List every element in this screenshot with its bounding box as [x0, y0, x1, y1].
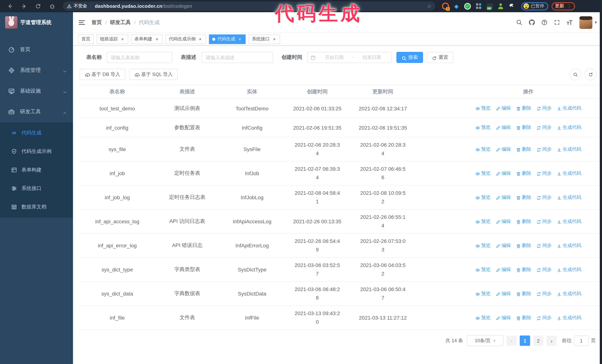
font-size-icon[interactable]: [564, 17, 575, 28]
preview-action[interactable]: 预览: [475, 194, 491, 200]
edit-action[interactable]: 编辑: [496, 194, 511, 200]
search-button[interactable]: 搜索: [396, 52, 423, 63]
table-desc-input[interactable]: [202, 52, 273, 63]
search-icon[interactable]: [514, 17, 525, 28]
delete-action[interactable]: 删除: [516, 170, 531, 177]
sync-action[interactable]: 同步: [537, 266, 552, 273]
sidebar-item-codegen[interactable]: 代码生成: [0, 124, 73, 142]
edit-action[interactable]: 编辑: [496, 315, 511, 321]
import-sql-button[interactable]: 基于 SQL 导入: [129, 69, 178, 80]
date-end-placeholder[interactable]: 结束日期: [355, 54, 388, 61]
page-size-select[interactable]: 10条/页▾: [467, 335, 504, 346]
delete-action[interactable]: 删除: [516, 218, 531, 225]
scrollbar[interactable]: [600, 12, 602, 364]
home-icon[interactable]: [47, 1, 57, 11]
extension-icon-3[interactable]: ✓: [464, 2, 471, 10]
sidebar-item-db-doc[interactable]: 数据库文档: [0, 198, 73, 216]
help-icon[interactable]: [539, 17, 550, 28]
sidebar-item-infrastructure[interactable]: 基础设施: [0, 81, 73, 102]
delete-action[interactable]: 删除: [516, 146, 531, 152]
hamburger-icon[interactable]: [78, 19, 86, 26]
sync-action[interactable]: 同步: [537, 291, 552, 297]
security-chip[interactable]: 不安全: [67, 3, 87, 9]
preview-action[interactable]: 预览: [475, 105, 491, 112]
sidebar-item-system-management[interactable]: 系统管理: [0, 60, 73, 81]
delete-action[interactable]: 删除: [516, 194, 531, 200]
generate-action[interactable]: 生成代码: [557, 170, 581, 177]
preview-action[interactable]: 预览: [475, 291, 491, 297]
next-page-button[interactable]: ›: [547, 335, 557, 346]
sync-action[interactable]: 同步: [537, 125, 552, 131]
edit-action[interactable]: 编辑: [496, 266, 511, 273]
page-button-2[interactable]: 2: [533, 335, 543, 346]
delete-action[interactable]: 删除: [516, 242, 531, 249]
sync-action[interactable]: 同步: [537, 105, 552, 112]
edit-action[interactable]: 编辑: [496, 242, 511, 249]
preview-action[interactable]: 预览: [475, 266, 491, 273]
sidebar-item-system-api[interactable]: 系统接口: [0, 179, 73, 198]
app-logo-row[interactable]: 芋道管理系统: [0, 12, 73, 32]
close-icon[interactable]: ×: [154, 37, 159, 42]
extension-icon-2[interactable]: ◆: [453, 2, 460, 10]
close-icon[interactable]: ×: [237, 37, 242, 42]
extension-icon-4[interactable]: [475, 2, 482, 10]
delete-action[interactable]: 删除: [516, 315, 531, 321]
generate-action[interactable]: 生成代码: [557, 218, 581, 225]
generate-action[interactable]: 生成代码: [557, 315, 581, 321]
kebab-menu-icon[interactable]: ⋮: [567, 3, 571, 9]
avatar[interactable]: [580, 16, 592, 29]
tab-home[interactable]: 首页: [78, 34, 94, 44]
preview-action[interactable]: 预览: [475, 125, 491, 131]
bookmark-star-icon[interactable]: ☆: [427, 3, 431, 9]
generate-action[interactable]: 生成代码: [557, 266, 581, 273]
preview-action[interactable]: 预览: [475, 242, 491, 249]
generate-action[interactable]: 生成代码: [557, 146, 581, 152]
edit-action[interactable]: 编辑: [496, 125, 511, 131]
table-name-input[interactable]: [107, 52, 172, 63]
sidebar-item-codegen-example[interactable]: 代码生成示例: [0, 142, 73, 161]
edit-action[interactable]: 编辑: [496, 146, 511, 152]
back-icon[interactable]: [5, 1, 15, 11]
sidebar-item-dev-tools[interactable]: 研发工具: [0, 102, 73, 122]
sync-action[interactable]: 同步: [537, 170, 552, 177]
reset-button[interactable]: 重置: [427, 52, 453, 63]
close-icon[interactable]: ×: [198, 37, 203, 42]
github-icon[interactable]: [526, 17, 537, 28]
generate-action[interactable]: 生成代码: [557, 291, 581, 297]
forward-icon[interactable]: [19, 1, 29, 11]
breadcrumb-item[interactable]: 研发工具: [110, 19, 131, 26]
delete-action[interactable]: 删除: [516, 266, 531, 273]
extension-icon-6[interactable]: [497, 2, 505, 10]
caret-down-icon[interactable]: ▾: [595, 20, 597, 25]
goto-page-input[interactable]: [574, 335, 589, 346]
date-start-placeholder[interactable]: 开始日期: [318, 54, 351, 61]
reload-icon[interactable]: [33, 1, 43, 11]
edit-action[interactable]: 编辑: [496, 218, 511, 225]
refresh-button[interactable]: [585, 69, 596, 80]
tab-trace[interactable]: 链路追踪×: [97, 34, 128, 44]
date-range-picker[interactable]: 开始日期 - 结束日期: [307, 52, 392, 63]
tab-codegen[interactable]: 代码生成×: [209, 34, 246, 44]
update-button[interactable]: 更新 ⋮: [552, 2, 575, 10]
import-db-button[interactable]: 基于 DB 导入: [80, 69, 125, 80]
delete-action[interactable]: 删除: [516, 291, 531, 297]
sync-action[interactable]: 同步: [537, 146, 552, 152]
sync-action[interactable]: 同步: [537, 194, 552, 200]
delete-action[interactable]: 删除: [516, 125, 531, 131]
page-button-1[interactable]: 1: [520, 335, 530, 346]
close-icon[interactable]: ×: [120, 37, 125, 42]
sidebar-item-home[interactable]: 首页: [0, 39, 73, 60]
edit-action[interactable]: 编辑: [496, 105, 511, 112]
fullscreen-icon[interactable]: [551, 17, 563, 28]
preview-action[interactable]: 预览: [475, 170, 491, 177]
sync-action[interactable]: 同步: [537, 315, 552, 321]
extension-icon-5[interactable]: on: [486, 2, 494, 10]
sync-action[interactable]: 同步: [537, 218, 552, 225]
sync-action[interactable]: 同步: [537, 242, 552, 249]
toggle-search-button[interactable]: [570, 69, 581, 80]
puzzle-icon[interactable]: [508, 2, 516, 10]
breadcrumb-item[interactable]: 首页: [92, 19, 102, 26]
prev-page-button[interactable]: ‹: [506, 335, 517, 346]
paused-badge[interactable]: 已暂停: [521, 2, 548, 10]
edit-action[interactable]: 编辑: [496, 170, 511, 177]
